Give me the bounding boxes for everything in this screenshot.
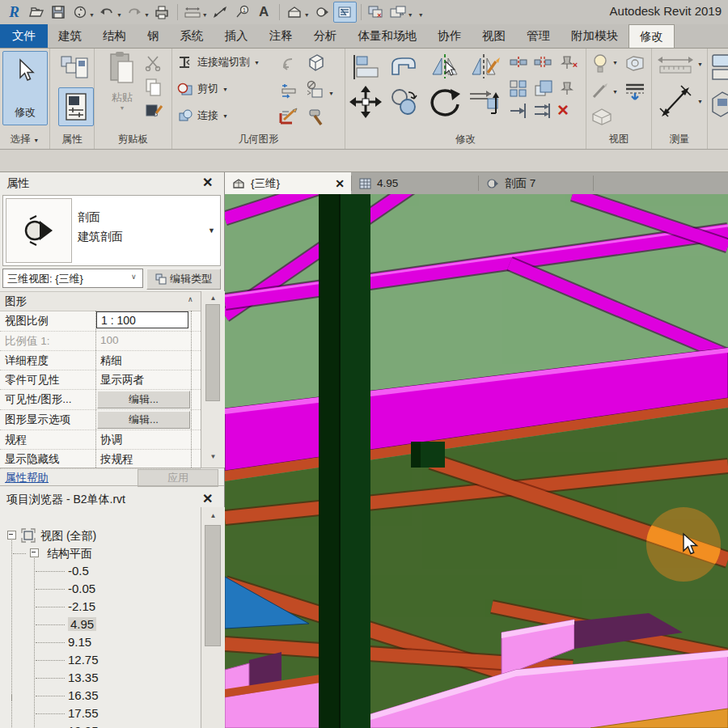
aligned-dimension-icon[interactable] xyxy=(210,2,231,22)
redo-dropdown-caret[interactable]: ▼ xyxy=(144,12,150,18)
section-box-icon[interactable] xyxy=(590,107,614,126)
column-stub-side[interactable] xyxy=(411,442,421,468)
camera-3d-icon[interactable] xyxy=(624,53,646,73)
match-type-properties-icon[interactable] xyxy=(145,102,164,121)
paste-aligned-icon[interactable] xyxy=(279,55,298,73)
rotate-icon[interactable] xyxy=(426,84,462,118)
thin-lines-toggle-icon[interactable] xyxy=(624,81,646,102)
array-icon[interactable] xyxy=(509,79,528,97)
view-tab-3d[interactable]: {三维} ✕ xyxy=(225,172,351,194)
scroll-up-icon[interactable]: ▲ xyxy=(201,512,225,519)
mirror-pick-axis-icon[interactable] xyxy=(428,52,462,81)
tree-node-structural-plans[interactable]: 结构平面 xyxy=(0,544,201,562)
tree-leaf-level[interactable]: -0.05 xyxy=(0,580,201,598)
split-with-gap-icon[interactable] xyxy=(533,55,552,70)
unpin-icon[interactable]: × xyxy=(557,53,580,71)
sync-dropdown-caret[interactable]: ▼ xyxy=(89,12,95,18)
switch-windows-icon[interactable] xyxy=(387,2,409,22)
tab-view[interactable]: 视图 xyxy=(472,24,516,48)
collapse-toggle-icon[interactable] xyxy=(30,548,39,557)
modify-button[interactable]: 修改 xyxy=(2,51,48,125)
split-element-icon[interactable] xyxy=(509,55,528,70)
group-collapse-icon[interactable]: ∧ xyxy=(188,295,193,303)
edit-type-button[interactable]: 编辑类型 xyxy=(146,269,221,290)
linework-dropdown-caret[interactable]: ▼ xyxy=(612,89,618,95)
3d-view-canvas[interactable] xyxy=(225,194,728,728)
browser-scrollbar[interactable]: ▲ xyxy=(201,507,225,728)
trim-extend-single-icon[interactable] xyxy=(509,102,530,120)
measure-icon[interactable] xyxy=(182,2,204,22)
redo-icon[interactable] xyxy=(124,2,146,22)
tab-modify[interactable]: 修改 xyxy=(629,24,675,48)
tree-leaf-level[interactable]: 9.15 xyxy=(0,633,201,651)
tree-leaf-level[interactable]: 12.75 xyxy=(0,651,201,669)
reveal-elements-icon[interactable] xyxy=(591,53,609,74)
copy-element-icon[interactable] xyxy=(387,86,420,116)
tab-structure[interactable]: 结构 xyxy=(92,24,137,48)
paste-button[interactable]: 粘贴 ▼ xyxy=(103,50,142,111)
view-combo[interactable]: 三维视图: {三维} ∨ xyxy=(2,269,143,288)
scroll-up-icon[interactable]: ▲ xyxy=(201,294,225,302)
properties-close-icon[interactable]: ✕ xyxy=(202,176,213,189)
panel-select-label[interactable]: 选择 ▼ xyxy=(0,133,49,146)
close-hidden-windows-icon[interactable]: × xyxy=(366,2,387,22)
trim-extend-corner-icon[interactable] xyxy=(467,84,502,118)
tab-insert[interactable]: 插入 xyxy=(214,24,259,48)
properties-palette-icon[interactable] xyxy=(58,87,94,126)
type-properties-icon[interactable] xyxy=(60,53,91,84)
reveal-dropdown-caret[interactable]: ▼ xyxy=(612,60,618,66)
collapse-toggle-icon[interactable] xyxy=(7,531,16,540)
wall-sweep-icon[interactable] xyxy=(306,53,327,74)
visibility-graphics-edit-button[interactable]: 编辑... xyxy=(97,391,190,408)
tree-leaf-level[interactable]: 13.35 xyxy=(0,669,201,687)
thin-lines-icon[interactable] xyxy=(333,2,357,23)
tab-addins[interactable]: 附加模块 xyxy=(561,24,629,48)
hidden-lines-value[interactable]: 按规程 xyxy=(100,452,133,467)
cut-geometry-button[interactable]: 剪切▼ xyxy=(177,82,228,96)
tree-leaf-level[interactable]: 16.35 xyxy=(0,687,201,705)
project-browser-close-icon[interactable]: ✕ xyxy=(202,493,213,506)
type-selector-caret[interactable]: ▼ xyxy=(208,226,215,235)
dimension-dropdown-caret[interactable]: ▼ xyxy=(697,99,703,104)
apply-button[interactable]: 应用 xyxy=(138,469,218,487)
column-side-face[interactable] xyxy=(319,194,340,728)
tab-systems[interactable]: 系统 xyxy=(170,24,214,48)
edit-profile-icon[interactable] xyxy=(277,107,300,128)
3d-view-dropdown-caret[interactable]: ▼ xyxy=(304,12,310,18)
delete-icon[interactable]: × xyxy=(557,100,569,120)
tree-leaf-level-selected[interactable]: 4.95 xyxy=(0,616,201,633)
sync-with-central-icon[interactable] xyxy=(69,2,91,22)
tab-collaborate[interactable]: 协作 xyxy=(427,24,472,48)
tree-leaf-level[interactable]: 17.55 xyxy=(0,705,201,722)
save-icon[interactable] xyxy=(47,2,69,22)
scale-icon[interactable] xyxy=(533,79,554,97)
trim-extend-multiple-icon[interactable] xyxy=(533,102,554,120)
properties-help-link[interactable]: 属性帮助 xyxy=(5,471,49,485)
tree-leaf-level[interactable]: -0.5 xyxy=(0,562,201,580)
wall-corner-icon[interactable] xyxy=(387,53,420,81)
mirror-draw-axis-icon[interactable] xyxy=(468,52,502,81)
section-icon[interactable] xyxy=(311,2,333,22)
measure-tool-icon[interactable] xyxy=(656,55,695,76)
move-icon[interactable] xyxy=(349,86,382,118)
join-geometry-button[interactable]: 连接▼ xyxy=(177,108,228,123)
cut-icon[interactable] xyxy=(145,55,163,71)
group-header-graphics[interactable]: 图形 ∧ xyxy=(0,292,201,311)
tree-leaf-level[interactable]: 19.95 xyxy=(0,722,201,728)
detail-level-value[interactable]: 精细 xyxy=(100,353,122,368)
undo-dropdown-caret[interactable]: ▼ xyxy=(116,12,122,18)
demolish-hammer-icon[interactable] xyxy=(307,107,328,128)
legend-component-icon[interactable] xyxy=(711,53,728,83)
pin-icon[interactable] xyxy=(559,79,575,97)
delete-geometry-icon[interactable]: ▼ xyxy=(304,79,334,100)
tab-annotate[interactable]: 注释 xyxy=(259,24,303,48)
tab-manage[interactable]: 管理 xyxy=(516,24,561,48)
measure-dropdown-caret[interactable]: ▼ xyxy=(202,12,208,18)
tab-analyze[interactable]: 分析 xyxy=(303,24,348,48)
customize-qat-caret[interactable]: ▼ xyxy=(418,12,424,18)
column-front-face[interactable] xyxy=(340,194,370,728)
tree-leaf-level[interactable]: -2.15 xyxy=(0,598,201,616)
tree-node-views[interactable]: 视图 (全部) xyxy=(0,527,201,544)
column-stub[interactable] xyxy=(421,442,445,468)
parts-visibility-value[interactable]: 显示两者 xyxy=(100,373,144,387)
